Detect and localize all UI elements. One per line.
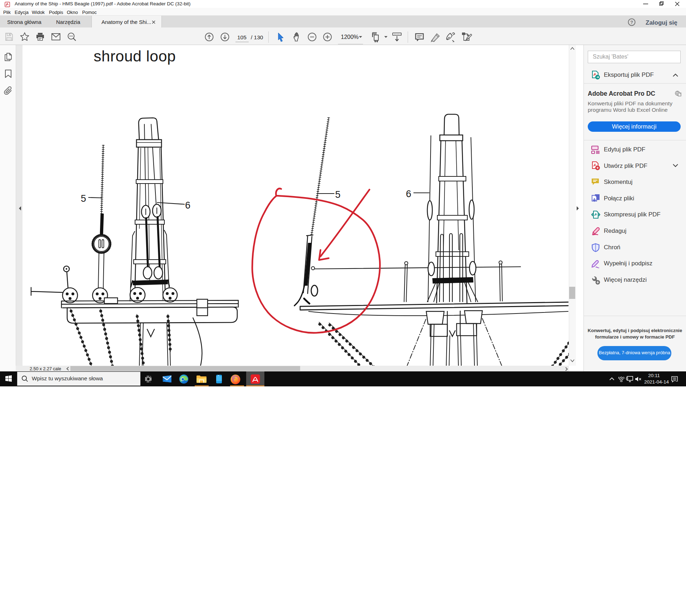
svg-text:6: 6 xyxy=(406,189,411,199)
svg-text:?: ? xyxy=(630,20,633,25)
svg-text:5: 5 xyxy=(335,189,340,200)
